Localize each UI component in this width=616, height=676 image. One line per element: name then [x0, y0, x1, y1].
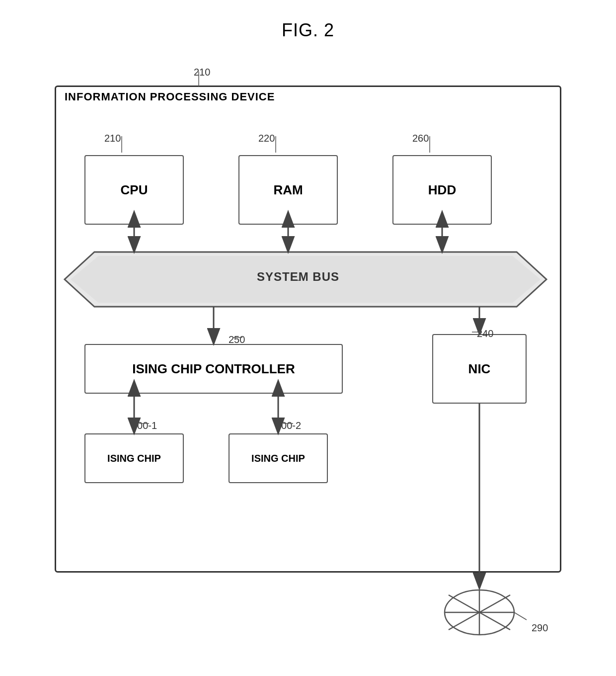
svg-point-23: [445, 590, 514, 635]
nic-box: NIC: [432, 334, 527, 404]
ref-250: 250: [229, 334, 245, 345]
ref-290: 290: [532, 622, 548, 634]
svg-line-25: [449, 595, 510, 630]
ref-100-2: 100-2: [276, 420, 301, 431]
ref-220: 220: [258, 133, 275, 144]
hdd-label: HDD: [428, 182, 456, 198]
ref-230: 230: [293, 277, 309, 288]
page-title: FIG. 2: [282, 20, 334, 41]
ising-chip2-label: ISING CHIP: [251, 453, 305, 464]
ref-200: 210: [194, 67, 210, 78]
diagram-container: 210 INFORMATION PROCESSING DEVICE CPU 21…: [45, 56, 571, 652]
ref-260: 260: [412, 133, 429, 144]
ref-210: 210: [104, 133, 121, 144]
hdd-box: HDD: [392, 155, 492, 225]
svg-line-28: [514, 612, 527, 620]
cpu-box: CPU: [84, 155, 184, 225]
ref-240: 240: [477, 328, 493, 339]
ising-chip2-box: ISING CHIP: [229, 433, 328, 483]
ref-100-1: 100-1: [132, 420, 157, 431]
ram-label: RAM: [273, 182, 303, 198]
cpu-label: CPU: [121, 182, 148, 198]
ising-chip1-label: ISING CHIP: [107, 453, 161, 464]
ising-controller-label: ISING CHIP CONTROLLER: [132, 361, 295, 377]
ram-box: RAM: [238, 155, 338, 225]
ising-controller-box: ISING CHIP CONTROLLER: [84, 344, 343, 394]
nic-label: NIC: [468, 361, 491, 377]
ising-chip1-box: ISING CHIP: [84, 433, 184, 483]
main-box-label: INFORMATION PROCESSING DEVICE: [65, 90, 275, 103]
svg-line-24: [449, 595, 510, 630]
